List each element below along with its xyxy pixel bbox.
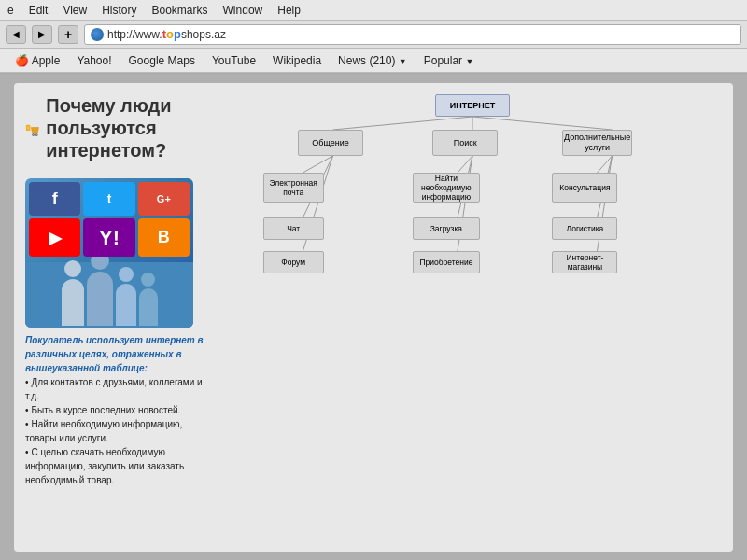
address-globe-icon (91, 28, 104, 41)
node-internet: ИНТЕРНЕТ (435, 94, 510, 117)
add-tab-button[interactable]: + (58, 25, 78, 44)
social-image: f t G+ ▶ Y! B (25, 178, 193, 328)
yahoo-icon: Y! (83, 218, 134, 257)
brand-o: o (166, 27, 174, 41)
svg-line-12 (458, 156, 472, 173)
url-suffix: .az (211, 28, 226, 41)
browser-chrome: e Edit View History Bookmarks Window Hel… (0, 0, 747, 74)
svg-rect-1 (27, 127, 29, 130)
youtube-icon: ▶ (29, 218, 80, 257)
blogger-icon: B (138, 218, 190, 257)
desc-title: Покупатель использует интернет в различн… (25, 333, 212, 375)
back-button[interactable]: ◀ (6, 25, 26, 44)
desc-item-4: С целью скачать необходимую информацию, … (25, 445, 212, 487)
url-brand: top (162, 27, 181, 41)
svg-point-5 (36, 134, 37, 135)
address-bar[interactable]: http://www.topshops.az (84, 24, 741, 45)
node-logist: Логистика (552, 217, 617, 240)
cart-icon (25, 115, 40, 148)
brand-p: p (174, 27, 181, 41)
diagram-tree: ИНТЕРНЕТ Общение Поиск Дополнительные ус… (223, 94, 722, 356)
bookmark-wikipedia[interactable]: Wikipedia (265, 52, 329, 69)
node-download: Загрузка (413, 217, 480, 240)
node-find: Найти необходимую информацию (413, 173, 480, 203)
menu-edit[interactable]: Edit (29, 4, 49, 17)
svg-line-9 (303, 156, 332, 173)
address-text: http://www.topshops.az (107, 27, 226, 41)
menu-e[interactable]: e (7, 4, 14, 17)
toolbar: ◀ ▶ + http://www.topshops.az (0, 21, 747, 49)
bookmark-popular[interactable]: Popular ▼ (416, 52, 482, 69)
twitter-icon: t (83, 182, 134, 216)
bookmarks-bar: 🍎 Apple Yahoo! Google Maps YouTube Wikip… (0, 49, 747, 73)
menu-history[interactable]: History (102, 4, 136, 17)
node-chat: Чат (263, 217, 324, 240)
menu-window[interactable]: Window (223, 4, 263, 17)
desc-item-1: Для контактов с друзьями, коллегами и т.… (25, 375, 212, 403)
menu-bar: e Edit View History Bookmarks Window Hel… (0, 0, 747, 21)
menu-view[interactable]: View (63, 4, 87, 17)
googleplus-icon: G+ (138, 182, 190, 216)
desc-list: Для контактов с друзьями, коллегами и т.… (25, 375, 212, 487)
bookmark-apple[interactable]: 🍎 Apple (7, 52, 67, 69)
menu-help[interactable]: Help (277, 4, 301, 17)
svg-point-4 (33, 134, 34, 135)
bookmark-yahoo[interactable]: Yahoo! (69, 52, 119, 69)
left-panel: Почему люди пользуются интернетом? (25, 94, 212, 540)
forward-button[interactable]: ▶ (32, 25, 52, 44)
desc-item-2: Быть в курсе последних новостей. (25, 403, 212, 417)
page-title: Почему люди пользуются интернетом? (46, 94, 212, 161)
desc-item-3: Найти необходимую информацию, товары или… (25, 417, 212, 445)
page-content: Почему люди пользуются интернетом? (0, 74, 747, 560)
page-inner: Почему люди пользуются интернетом? (14, 83, 733, 552)
node-consult: Консультация (552, 173, 617, 203)
node-email: Электронная почта (263, 173, 324, 203)
facebook-icon: f (29, 182, 80, 216)
node-buy: Приобретение (413, 251, 480, 273)
node-poisk: Поиск (432, 130, 498, 156)
title-row: Почему люди пользуются интернетом? (25, 94, 212, 169)
menu-bookmarks[interactable]: Bookmarks (152, 4, 208, 17)
right-panel: ИНТЕРНЕТ Общение Поиск Дополнительные ус… (223, 94, 722, 540)
bookmark-news[interactable]: News (210) ▼ (331, 52, 415, 69)
node-eshop: Интернет-магазины (552, 251, 617, 273)
bookmark-youtube[interactable]: YouTube (204, 52, 263, 69)
url-prefix: http://www. (107, 28, 162, 41)
url-shops: shops (181, 28, 211, 41)
node-dop: Дополнительные услуги (562, 130, 632, 156)
description-area: Покупатель использует интернет в различн… (25, 333, 212, 487)
svg-line-15 (598, 156, 613, 173)
svg-line-8 (472, 117, 613, 130)
node-forum: Форум (263, 251, 324, 273)
bookmark-google-maps[interactable]: Google Maps (121, 52, 203, 69)
node-obshenie: Общение (298, 130, 363, 156)
svg-line-6 (332, 117, 472, 130)
